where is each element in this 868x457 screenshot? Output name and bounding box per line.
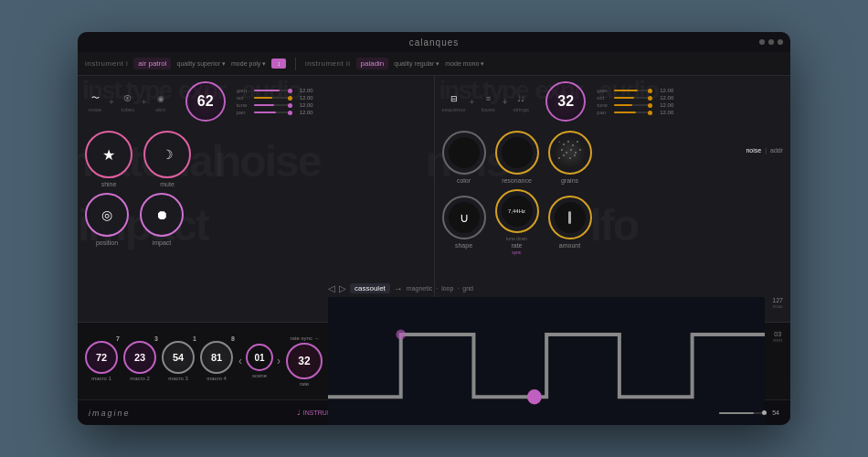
color-knob[interactable] bbox=[442, 131, 486, 175]
rate-main-knob[interactable]: 32 bbox=[286, 343, 323, 379]
oct-row: oct 12.00 bbox=[237, 95, 313, 101]
waveform-display[interactable] bbox=[328, 297, 765, 425]
bares-icon: ≡ bbox=[478, 91, 498, 106]
shine-knob[interactable]: ★ bbox=[85, 131, 132, 178]
inst1-type-noise[interactable]: 〜 noise bbox=[85, 91, 105, 112]
noise-tab[interactable]: noise bbox=[746, 147, 761, 154]
pan-value: 12.00 bbox=[293, 110, 313, 115]
svg-point-5 bbox=[561, 149, 563, 151]
gain-slider2[interactable] bbox=[614, 90, 651, 91]
tune-slider[interactable] bbox=[254, 104, 291, 106]
shape-knob[interactable]: ∪ bbox=[442, 196, 486, 239]
rate-container: rate sync ~ 32 rate bbox=[286, 335, 323, 387]
macro2-circle[interactable]: 3 23 bbox=[123, 341, 156, 374]
shape-label: shape bbox=[455, 242, 472, 249]
minimize-dot[interactable] bbox=[768, 39, 774, 45]
window-title: calanques bbox=[409, 37, 460, 48]
vol-slider[interactable] bbox=[719, 412, 765, 414]
inst2-mode[interactable]: mode mono ▾ bbox=[445, 60, 484, 68]
title-bar: calanques bbox=[78, 32, 790, 52]
pan-slider2[interactable] bbox=[614, 112, 651, 113]
macro4-num: 8 bbox=[231, 335, 235, 342]
inst2-audio-params: gain 12.00 oct bbox=[597, 88, 673, 115]
prev-scene-button[interactable]: ‹ bbox=[238, 355, 242, 367]
inst2-quality-value: regular bbox=[415, 60, 435, 67]
scene-display: 01 scene bbox=[246, 344, 273, 378]
mute-knob[interactable]: ☽ bbox=[143, 131, 191, 178]
inst1-preset[interactable]: air patrol bbox=[133, 58, 171, 69]
addr-tab[interactable]: addr bbox=[770, 147, 783, 154]
noise-label: noise bbox=[89, 107, 101, 112]
inst2-expr-dial[interactable]: 32 bbox=[545, 81, 586, 122]
pan-row: pan 12.00 bbox=[237, 110, 313, 115]
pan-value2: 12.00 bbox=[653, 110, 673, 115]
inst2-quality[interactable]: quality regular ▾ bbox=[394, 60, 439, 68]
noise-tab-sep: | bbox=[765, 147, 767, 154]
oct-slider2[interactable] bbox=[614, 97, 651, 99]
main-content: inst.type expr audio material noise impa… bbox=[78, 76, 790, 322]
svg-point-15 bbox=[527, 389, 542, 404]
inst1-type-tubes[interactable]: ⦿ tubes bbox=[118, 91, 138, 112]
inst1-quality-value: superior bbox=[197, 60, 220, 67]
svg-point-0 bbox=[558, 141, 560, 143]
inst1-mode[interactable]: mode poly ▾ bbox=[231, 60, 266, 68]
inst1-quality[interactable]: quality superior ▾ bbox=[176, 60, 226, 68]
rate-display-value: 32 bbox=[298, 355, 310, 367]
macro3-dial: 1 54 macro 3 bbox=[162, 341, 195, 381]
inst2-knobs-row2: ∪ shape 7,44Hz tune down bbox=[442, 189, 784, 255]
tune-label: tune bbox=[237, 102, 251, 108]
inst2-type-bares[interactable]: ≡ bares bbox=[478, 91, 498, 112]
plus-icon3: + bbox=[470, 97, 475, 107]
bottom-bar: 7 72 macro 1 3 23 macro 2 1 54 macro 3 8… bbox=[78, 322, 790, 399]
oct-slider[interactable] bbox=[254, 97, 291, 99]
star-icon: ★ bbox=[102, 146, 115, 164]
resonance-label: resonance bbox=[502, 177, 532, 184]
inst1-expr-dial[interactable]: 62 bbox=[185, 81, 226, 122]
inst2-label: instrument II bbox=[305, 59, 351, 68]
rate-knob2[interactable]: 7,44Hz bbox=[495, 189, 539, 233]
macro4-circle[interactable]: 8 81 bbox=[200, 341, 233, 374]
scene-number[interactable]: 01 bbox=[246, 344, 273, 371]
macro1-circle[interactable]: 7 72 bbox=[85, 341, 118, 374]
inst2-type-strings[interactable]: ♩♩ strings bbox=[511, 91, 531, 112]
gain-value: 12.00 bbox=[293, 88, 313, 93]
next-scene-button[interactable]: › bbox=[277, 355, 281, 367]
maximize-dot[interactable] bbox=[778, 39, 783, 45]
gain-value2: 12.00 bbox=[653, 88, 673, 93]
macro3-num: 1 bbox=[193, 335, 196, 342]
close-dot[interactable] bbox=[759, 39, 765, 45]
pan-slider[interactable] bbox=[254, 112, 291, 113]
rate-sync-label: sync bbox=[512, 250, 521, 255]
grains-label: grains bbox=[561, 177, 578, 184]
impact-knob[interactable]: ⏺ bbox=[140, 193, 184, 237]
inst2-preset[interactable]: paladin bbox=[356, 58, 389, 69]
color-label: color bbox=[457, 177, 471, 184]
inst1-audio-params: gain 12.00 oct bbox=[237, 88, 313, 115]
rate-sync-label2: rate sync bbox=[291, 335, 312, 341]
inst2-header: ⊟ sequence + ≡ bares + ♩♩ strings 32 bbox=[435, 76, 791, 127]
inst2-type-seq[interactable]: ⊟ sequence bbox=[442, 91, 466, 112]
inst1-type-skin[interactable]: ◉ skin bbox=[151, 91, 171, 112]
gain-label: gain bbox=[237, 88, 251, 93]
grains-knob[interactable] bbox=[548, 131, 592, 175]
svg-point-10 bbox=[563, 154, 565, 156]
oct-row2: oct 12.00 bbox=[597, 95, 673, 101]
resonance-knob[interactable] bbox=[495, 131, 539, 175]
scene-label: scene bbox=[252, 373, 267, 378]
amount-knob[interactable] bbox=[548, 196, 592, 239]
position-knob-container: ◎ position bbox=[85, 193, 129, 246]
strings-icon: ♩♩ bbox=[511, 91, 531, 106]
tune-slider2[interactable] bbox=[614, 104, 651, 106]
tune-row: tune 12.00 bbox=[237, 102, 313, 108]
gain-slider[interactable] bbox=[254, 90, 291, 91]
inst1-label: instrument I bbox=[85, 59, 128, 68]
inst-tab-divider[interactable]: ↕ bbox=[271, 58, 286, 69]
macro4-label: macro 4 bbox=[206, 376, 227, 381]
gain-row: gain 12.00 bbox=[237, 88, 313, 93]
macro3-circle[interactable]: 1 54 bbox=[162, 341, 195, 374]
position-knob[interactable]: ◎ bbox=[85, 193, 129, 237]
tubes-icon: ⦿ bbox=[118, 91, 138, 106]
oct-label: oct bbox=[237, 95, 251, 101]
shine-knob-container: ★ shine bbox=[85, 131, 132, 187]
macro1-value: 72 bbox=[96, 352, 107, 363]
